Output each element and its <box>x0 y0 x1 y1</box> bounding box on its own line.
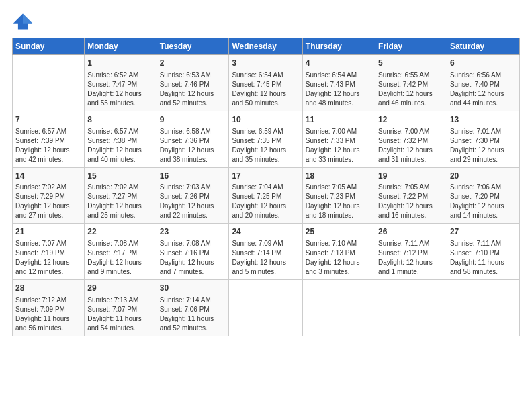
day-info: Daylight: 12 hours <box>87 89 153 99</box>
day-info: Daylight: 12 hours <box>232 146 299 155</box>
day-info: Daylight: 12 hours <box>450 146 517 155</box>
day-number: 27 <box>450 226 517 238</box>
day-info: Sunrise: 7:03 AM <box>160 183 226 192</box>
day-cell <box>229 280 302 336</box>
day-info: and 18 minutes. <box>306 211 372 220</box>
day-number: 26 <box>378 226 444 238</box>
day-info: and 1 minute. <box>378 267 444 277</box>
day-number: 12 <box>378 114 444 126</box>
day-info: Daylight: 12 hours <box>15 201 81 211</box>
day-cell <box>13 55 85 111</box>
day-info: and 54 minutes. <box>87 324 153 333</box>
day-info: Sunset: 7:17 PM <box>87 248 153 258</box>
day-info: Sunset: 7:25 PM <box>232 192 299 201</box>
day-info: Sunrise: 6:57 AM <box>87 127 153 136</box>
day-info: Daylight: 11 hours <box>87 314 153 324</box>
day-cell: 23Sunrise: 7:08 AMSunset: 7:16 PMDayligh… <box>157 224 229 280</box>
day-cell: 9Sunrise: 6:58 AMSunset: 7:36 PMDaylight… <box>157 111 229 167</box>
day-info: Sunset: 7:32 PM <box>378 136 444 146</box>
day-info: Sunset: 7:12 PM <box>378 248 444 258</box>
day-number: 22 <box>87 226 153 238</box>
day-info: Sunrise: 7:13 AM <box>87 295 153 305</box>
day-cell: 20Sunrise: 7:06 AMSunset: 7:20 PMDayligh… <box>447 167 519 224</box>
day-info: and 33 minutes. <box>306 155 372 165</box>
day-info: Sunset: 7:39 PM <box>15 136 81 146</box>
day-number: 29 <box>87 283 153 294</box>
day-info: and 5 minutes. <box>232 267 299 277</box>
day-cell: 28Sunrise: 7:12 AMSunset: 7:09 PMDayligh… <box>13 280 85 336</box>
day-info: and 3 minutes. <box>306 267 372 277</box>
day-cell: 27Sunrise: 7:11 AMSunset: 7:10 PMDayligh… <box>447 224 519 280</box>
day-info: Sunrise: 6:54 AM <box>232 71 299 80</box>
day-info: Sunset: 7:14 PM <box>232 248 299 258</box>
day-cell: 3Sunrise: 6:54 AMSunset: 7:45 PMDaylight… <box>229 55 302 111</box>
day-info: Sunrise: 7:07 AM <box>15 239 81 248</box>
day-info: Daylight: 12 hours <box>160 89 226 99</box>
day-number: 2 <box>160 58 226 69</box>
day-number: 20 <box>450 171 517 182</box>
day-info: and 7 minutes. <box>160 267 226 277</box>
day-info: Sunset: 7:40 PM <box>450 80 517 89</box>
day-info: Daylight: 12 hours <box>378 89 444 99</box>
day-cell: 5Sunrise: 6:55 AMSunset: 7:42 PMDaylight… <box>375 55 447 111</box>
day-info: Daylight: 12 hours <box>306 146 372 155</box>
day-cell: 18Sunrise: 7:05 AMSunset: 7:23 PMDayligh… <box>302 167 375 224</box>
day-info: and 44 minutes. <box>450 99 517 108</box>
day-info: Sunset: 7:46 PM <box>160 80 226 89</box>
day-info: and 27 minutes. <box>15 211 81 220</box>
day-info: and 25 minutes. <box>87 211 153 220</box>
day-info: Daylight: 12 hours <box>450 201 517 211</box>
day-info: Daylight: 11 hours <box>450 258 517 267</box>
day-info: Daylight: 12 hours <box>160 146 226 155</box>
day-info: Sunrise: 6:54 AM <box>306 71 372 80</box>
week-row-5: 28Sunrise: 7:12 AMSunset: 7:09 PMDayligh… <box>13 280 520 336</box>
day-info: Daylight: 12 hours <box>306 89 372 99</box>
day-info: Sunset: 7:22 PM <box>378 192 444 201</box>
header <box>12 12 520 31</box>
day-cell: 7Sunrise: 6:57 AMSunset: 7:39 PMDaylight… <box>13 111 85 167</box>
day-cell: 24Sunrise: 7:09 AMSunset: 7:14 PMDayligh… <box>229 224 302 280</box>
day-number: 19 <box>378 171 444 182</box>
svg-marker-2 <box>23 13 32 23</box>
header-cell-friday: Friday <box>375 38 447 55</box>
day-info: Daylight: 11 hours <box>160 314 226 324</box>
day-info: Sunrise: 6:53 AM <box>160 71 226 80</box>
day-cell: 17Sunrise: 7:04 AMSunset: 7:25 PMDayligh… <box>229 167 302 224</box>
day-info: Sunset: 7:35 PM <box>232 136 299 146</box>
day-info: Sunrise: 7:05 AM <box>378 183 444 192</box>
day-info: Daylight: 12 hours <box>232 201 299 211</box>
day-cell: 26Sunrise: 7:11 AMSunset: 7:12 PMDayligh… <box>375 224 447 280</box>
day-cell: 8Sunrise: 6:57 AMSunset: 7:38 PMDaylight… <box>85 111 157 167</box>
day-info: Sunrise: 7:08 AM <box>160 239 226 248</box>
day-info: and 56 minutes. <box>15 324 81 333</box>
day-cell: 15Sunrise: 7:02 AMSunset: 7:27 PMDayligh… <box>85 167 157 224</box>
day-cell: 14Sunrise: 7:02 AMSunset: 7:29 PMDayligh… <box>13 167 85 224</box>
day-info: and 46 minutes. <box>378 99 444 108</box>
day-cell: 25Sunrise: 7:10 AMSunset: 7:13 PMDayligh… <box>302 224 375 280</box>
day-cell: 11Sunrise: 7:00 AMSunset: 7:33 PMDayligh… <box>302 111 375 167</box>
day-info: Sunrise: 7:02 AM <box>87 183 153 192</box>
day-number: 7 <box>15 114 81 126</box>
day-info: and 20 minutes. <box>232 211 299 220</box>
day-info: Sunset: 7:10 PM <box>450 248 517 258</box>
day-number: 11 <box>306 114 372 126</box>
day-info: Daylight: 12 hours <box>378 146 444 155</box>
day-info: Sunrise: 7:09 AM <box>232 239 299 248</box>
day-info: Sunset: 7:06 PM <box>160 305 226 314</box>
day-number: 13 <box>450 114 517 126</box>
day-info: Sunrise: 7:06 AM <box>450 183 517 192</box>
day-number: 4 <box>306 58 372 69</box>
day-info: Sunset: 7:33 PM <box>306 136 372 146</box>
day-cell: 13Sunrise: 7:01 AMSunset: 7:30 PMDayligh… <box>447 111 519 167</box>
day-number: 23 <box>160 226 226 238</box>
day-cell <box>447 280 519 336</box>
day-cell: 10Sunrise: 6:59 AMSunset: 7:35 PMDayligh… <box>229 111 302 167</box>
day-info: Sunrise: 7:00 AM <box>306 127 372 136</box>
day-info: Daylight: 12 hours <box>15 146 81 155</box>
day-info: Sunrise: 7:14 AM <box>160 295 226 305</box>
day-info: Daylight: 12 hours <box>450 89 517 99</box>
logo <box>12 12 36 31</box>
day-cell: 2Sunrise: 6:53 AMSunset: 7:46 PMDaylight… <box>157 55 229 111</box>
day-info: Sunset: 7:38 PM <box>87 136 153 146</box>
day-number: 15 <box>87 171 153 182</box>
